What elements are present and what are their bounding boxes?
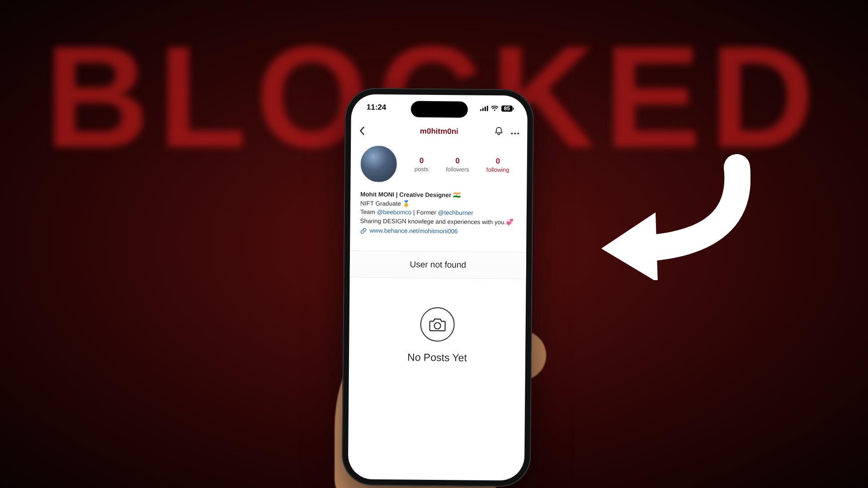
bio-line-2: NIFT Graduate — [360, 200, 403, 207]
svg-text:85: 85 — [504, 105, 510, 112]
stat-followers-count: 0 — [446, 156, 469, 165]
bell-icon — [494, 126, 504, 136]
svg-rect-2 — [485, 107, 486, 111]
status-time: 11:24 — [367, 103, 387, 112]
back-button[interactable] — [359, 126, 372, 135]
profile-stats: 0 posts 0 followers 0 following — [406, 156, 518, 173]
profile-nav-bar: m0hitm0ni — [351, 120, 527, 142]
stat-following[interactable]: 0 following — [486, 157, 509, 173]
stat-followers[interactable]: 0 followers — [446, 156, 469, 173]
link-icon — [360, 227, 367, 234]
svg-point-7 — [511, 132, 513, 134]
phone-device-frame: 11:24 85 — [342, 88, 534, 487]
no-posts-text: No Posts Yet — [349, 351, 525, 364]
avatar[interactable] — [359, 145, 398, 183]
bio-link[interactable]: www.behance.net/mohitmoni006 — [369, 226, 458, 236]
profile-bio: Mohit MONI | Creative Designer 🇮🇳 NIFT G… — [360, 190, 517, 236]
chevron-left-icon — [359, 126, 364, 135]
mention-techburner[interactable]: @techburner — [438, 209, 473, 216]
pointing-arrow-icon — [588, 154, 750, 280]
status-indicators: 85 — [480, 105, 514, 112]
phone-screen: 11:24 85 — [348, 94, 528, 480]
bio-line-3-prefix: Team — [360, 209, 377, 216]
battery-icon: 85 — [501, 105, 514, 112]
medal-emoji: 🏅 — [402, 200, 410, 207]
svg-rect-1 — [482, 108, 484, 111]
camera-icon — [429, 317, 446, 332]
svg-point-8 — [514, 132, 516, 134]
cellular-icon — [480, 106, 488, 111]
heart-emoji: 💞 — [506, 219, 514, 225]
empty-posts-state: No Posts Yet — [349, 306, 526, 364]
wifi-icon — [491, 106, 499, 111]
mention-beebomco[interactable]: @beebomco — [377, 209, 412, 216]
stat-posts-count: 0 — [415, 156, 429, 165]
profile-username-title: m0hitm0ni — [420, 127, 458, 136]
bio-line-4: Sharing DESIGN knowlege and experiences … — [360, 217, 506, 225]
stat-posts-label: posts — [415, 166, 429, 173]
more-options-button[interactable] — [511, 128, 519, 136]
bio-display-name: Mohit MONI | Creative Designer — [360, 191, 451, 198]
profile-header: 0 posts 0 followers 0 following — [359, 145, 518, 184]
stat-posts[interactable]: 0 posts — [415, 156, 429, 173]
svg-rect-5 — [513, 108, 514, 110]
stat-following-label: following — [486, 166, 509, 173]
bio-line-3-mid: | Former — [411, 209, 438, 216]
stat-following-count: 0 — [486, 157, 509, 166]
ellipsis-icon — [511, 132, 519, 134]
notifications-button[interactable] — [494, 126, 504, 138]
svg-rect-0 — [480, 109, 481, 111]
dynamic-island — [411, 101, 468, 117]
flag-emoji: 🇮🇳 — [453, 192, 461, 198]
svg-rect-3 — [487, 106, 488, 111]
svg-point-9 — [517, 133, 519, 135]
camera-circle-icon — [420, 307, 455, 342]
svg-point-10 — [434, 323, 441, 329]
stat-followers-label: followers — [446, 166, 469, 173]
user-not-found-banner: User not found — [350, 250, 527, 279]
